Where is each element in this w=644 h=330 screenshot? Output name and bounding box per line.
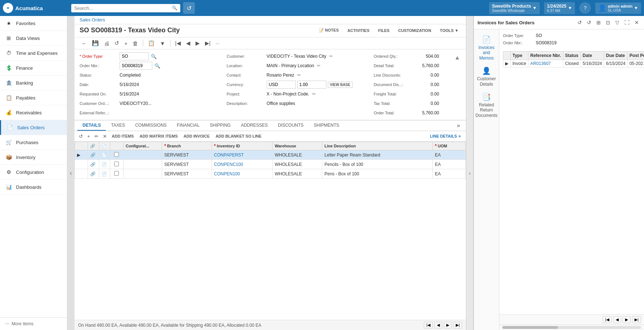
rp-row-ref-nbr[interactable]: AR013607 xyxy=(528,60,563,68)
view-base-button[interactable]: VIEW BASE xyxy=(328,82,353,88)
sidebar-more-items[interactable]: ⋯ More Items xyxy=(0,317,67,330)
status-nav-prev[interactable]: ◀ xyxy=(434,322,442,329)
inventory-id-link[interactable]: CONPEN100 xyxy=(214,171,240,176)
rp-nav-next[interactable]: ▶ xyxy=(623,316,631,323)
copy-button[interactable]: 📋 xyxy=(146,39,157,48)
rp-scrollbar[interactable] xyxy=(502,326,641,329)
rp-nav-last[interactable]: ▶| xyxy=(632,316,641,323)
panel-undo-button[interactable]: ↺ xyxy=(585,19,593,26)
row-expand-cell[interactable] xyxy=(75,169,88,179)
first-record-button[interactable]: |◀ xyxy=(173,39,183,48)
customization-button[interactable]: CUSTOMIZATION xyxy=(396,27,434,34)
add-button[interactable]: + xyxy=(122,39,129,48)
sidebar-item-time-expenses[interactable]: ⏱ Time and Expenses xyxy=(0,46,67,61)
row-checkbox[interactable] xyxy=(114,162,119,166)
col-header-branch[interactable]: * Branch xyxy=(162,142,212,150)
col-header-line-desc[interactable]: Line Description xyxy=(322,142,432,150)
sidebar-item-data-views[interactable]: ⊞ Data Views xyxy=(0,31,67,46)
col-header-uom[interactable]: * UOM xyxy=(432,142,466,150)
help-button[interactable]: ? xyxy=(579,2,591,14)
sidebar-item-payables[interactable]: 📋 Payables xyxy=(0,90,67,105)
rp-col-ref-nbr[interactable]: Reference Nbr. xyxy=(528,52,563,60)
panel-icon-related-return-docs[interactable]: 📑 RelatedReturnDocuments xyxy=(474,90,499,121)
sidebar-item-inventory[interactable]: 📦 Inventory xyxy=(0,150,67,165)
search-bar[interactable]: 🔍 xyxy=(71,4,180,12)
inventory-id-link[interactable]: CONPENC100 xyxy=(214,162,243,167)
panel-maximize-button[interactable]: ⛶ xyxy=(623,19,631,26)
row-attach-cell[interactable]: 🔗 xyxy=(88,160,99,169)
sidebar-item-receivables[interactable]: 💰 Receivables xyxy=(0,105,67,120)
tab-details[interactable]: DETAILS xyxy=(77,121,106,131)
refresh-detail-button[interactable]: ↺ xyxy=(77,133,84,140)
prev-record-button[interactable]: ◀ xyxy=(184,39,192,48)
rp-col-due-date[interactable]: Due Date xyxy=(604,52,627,60)
panel-refresh-button[interactable]: ↺ xyxy=(576,19,583,26)
tab-addresses[interactable]: ADDRESSES xyxy=(236,121,273,131)
row-attach-cell[interactable]: 🔗 xyxy=(88,169,99,179)
panel-icon-customer-details[interactable]: 👤 CustomerDetails xyxy=(474,64,499,90)
order-type-lookup[interactable]: 🔍 xyxy=(150,54,157,59)
detail-tabs-more[interactable]: » xyxy=(454,121,463,130)
location-edit-icon[interactable]: ✏ xyxy=(317,63,321,68)
tools-button[interactable]: TOOLS ▼ xyxy=(438,27,461,34)
search-input[interactable] xyxy=(74,5,170,11)
rp-col-post-period[interactable]: Post Period xyxy=(627,52,644,60)
rp-row-expand[interactable]: ▶ xyxy=(503,60,511,68)
sidebar-item-favorites[interactable]: ★ Favorites xyxy=(0,16,67,31)
right-panel-toggle[interactable]: › xyxy=(466,16,473,330)
tab-shipments[interactable]: SHIPMENTS xyxy=(309,121,344,131)
add-row-button[interactable]: + xyxy=(86,133,92,140)
delete-button[interactable]: 🗑 xyxy=(131,39,140,48)
order-nbr-input[interactable] xyxy=(120,62,152,70)
sidebar-item-configuration[interactable]: ⚙ Configuration xyxy=(0,165,67,180)
back-button[interactable]: ← xyxy=(80,39,89,48)
inventory-id-link[interactable]: CONPAPERST xyxy=(214,152,244,158)
rp-nav-first[interactable]: |◀ xyxy=(603,316,612,323)
save-button[interactable]: 💾 xyxy=(90,39,101,48)
logo-area[interactable]: Acumatica xyxy=(3,3,68,13)
order-type-input[interactable] xyxy=(120,52,149,60)
tab-commissions[interactable]: COMMISSIONS xyxy=(130,121,172,131)
row-file-cell[interactable]: 📄 xyxy=(99,150,110,160)
row-inventory-id-cell[interactable]: CONPENC100 xyxy=(212,160,272,169)
order-nbr-lookup[interactable]: 🔍 xyxy=(154,63,161,69)
history-button[interactable]: ↺ xyxy=(183,2,195,14)
customer-edit-icon[interactable]: ✏ xyxy=(329,54,333,59)
datetime-display[interactable]: 1/24/2025 6:37 AM ▼ xyxy=(544,2,575,14)
rp-ref-nbr-link[interactable]: AR013607 xyxy=(530,61,551,66)
line-details-button[interactable]: LINE DETAILS » xyxy=(428,133,463,140)
col-header-inventory-id[interactable]: * Inventory ID xyxy=(212,142,272,150)
contact-edit-icon[interactable]: ✏ xyxy=(297,73,301,78)
more-actions-button[interactable]: ··· xyxy=(214,40,221,47)
panel-layout-button[interactable]: ⊞ xyxy=(595,19,602,26)
rp-col-status[interactable]: Status xyxy=(563,52,580,60)
print-button[interactable]: 🖨 xyxy=(102,39,111,48)
rp-col-date[interactable]: Date xyxy=(581,52,604,60)
row-expand-cell[interactable] xyxy=(75,160,88,169)
row-check-cell[interactable] xyxy=(110,150,123,160)
delete-row-button[interactable]: ✕ xyxy=(101,133,108,140)
col-header-warehouse[interactable]: Warehouse xyxy=(273,142,322,150)
add-blanket-so-line-button[interactable]: ADD BLANKET SO LINE xyxy=(213,133,264,139)
panel-filter-button[interactable]: ▽ xyxy=(614,19,621,26)
sidebar-item-finance[interactable]: 💲 Finance xyxy=(0,61,67,76)
breadcrumb[interactable]: Sales Orders xyxy=(75,16,466,24)
edit-row-button[interactable]: ✏ xyxy=(93,133,100,140)
copy-dropdown[interactable]: ▼ xyxy=(158,39,167,48)
tab-taxes[interactable]: TAXES xyxy=(106,121,130,131)
sidebar-item-dashboards[interactable]: 📊 Dashboards xyxy=(0,180,67,195)
last-record-button[interactable]: ▶| xyxy=(203,39,213,48)
next-record-button[interactable]: ▶ xyxy=(194,39,202,48)
sidebar-item-banking[interactable]: 🏦 Banking xyxy=(0,76,67,90)
undo-button[interactable]: ↺ xyxy=(113,39,121,48)
status-nav-next[interactable]: ▶ xyxy=(444,322,452,329)
row-check-cell[interactable] xyxy=(110,160,123,169)
notes-button[interactable]: 📝 NOTES xyxy=(317,27,341,34)
company-selector[interactable]: Sweetlife Products Sweetlife Wholesale ▼ xyxy=(489,2,540,14)
add-items-button[interactable]: ADD ITEMS xyxy=(110,133,136,139)
sidebar-item-purchases[interactable]: 🛒 Purchases xyxy=(0,135,67,150)
row-check-cell[interactable] xyxy=(110,169,123,179)
files-button[interactable]: FILES xyxy=(376,27,392,34)
row-inventory-id-cell[interactable]: CONPAPERST xyxy=(212,150,272,160)
status-nav-last[interactable]: ▶| xyxy=(453,322,462,329)
